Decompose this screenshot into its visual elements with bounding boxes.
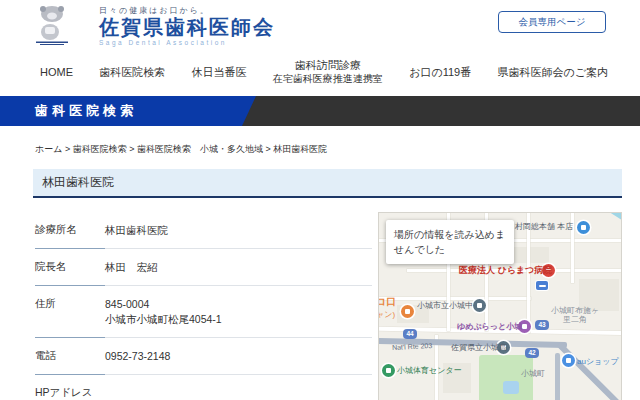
gym-icon[interactable] bbox=[382, 364, 395, 377]
street-address: 小城市小城町松尾4054-1 bbox=[105, 313, 222, 325]
route-shield-44: 44 bbox=[403, 329, 417, 339]
table-row-homepage: HPアドレス bbox=[35, 375, 372, 400]
table-row-clinic-name: 診療所名 林田歯科医院 bbox=[35, 212, 372, 249]
nav-item-mouth-119[interactable]: お口の119番 bbox=[409, 66, 471, 79]
map-error-infobox: 場所の情報を読み込めませんでした bbox=[386, 220, 514, 264]
row-value: 林田 宏紹 bbox=[105, 249, 372, 286]
location-map[interactable]: 44 43 42 村岡総本舗 本店 医療法人 ひらまつ病院 小城市立小城中 ゆめ… bbox=[378, 212, 622, 400]
shop-icon[interactable] bbox=[577, 221, 590, 234]
map-pond bbox=[503, 381, 519, 394]
poi-label-ogi-high[interactable]: 佐賀県立小城高 bbox=[451, 343, 507, 352]
nav-visiting-line2: 在宅歯科医療推進連携室 bbox=[273, 72, 383, 85]
row-value: 0952-73-2148 bbox=[105, 338, 372, 375]
poi-label-gym[interactable]: 小城体育センター bbox=[397, 366, 462, 375]
main-nav: HOME 歯科医院検索 休日当番医 歯科訪問診療 在宅歯科医療推進連携室 お口の… bbox=[0, 48, 640, 96]
table-row-phone: 電話 0952-73-2148 bbox=[35, 338, 372, 375]
route-shield-43: 43 bbox=[535, 320, 549, 330]
mobile-shop-icon[interactable] bbox=[562, 354, 575, 367]
nav-item-home[interactable]: HOME bbox=[40, 66, 73, 79]
poi-label-muraoka[interactable]: 村岡総本舗 本店 bbox=[515, 222, 573, 231]
map-route-203-bend bbox=[557, 342, 622, 400]
nav-item-about[interactable]: 県歯科医師会のご案内 bbox=[497, 66, 608, 79]
map-road bbox=[379, 297, 531, 300]
brand-tagline: 日々の健康はお口から。 bbox=[99, 5, 275, 16]
row-value: 林田歯科医院 bbox=[105, 212, 372, 249]
poi-label-yumepuratto[interactable]: ゆめぷらっと小城 bbox=[457, 322, 522, 331]
road-label-rte-203: Nat'l Rte 203 bbox=[392, 341, 433, 352]
row-value bbox=[105, 375, 372, 400]
site-title: 佐賀県歯科医師会 bbox=[99, 16, 275, 39]
page-title: 林田歯科医院 bbox=[33, 169, 622, 198]
table-row-director: 院長名 林田 宏紹 bbox=[35, 249, 372, 286]
main-content: 診療所名 林田歯科医院 院長名 林田 宏紹 住所 845-0004 小城市小城町… bbox=[35, 212, 640, 400]
poi-label-hiramatsu[interactable]: 医療法人 ひらまつ病院 bbox=[459, 266, 552, 275]
area-label-fuse-line2: 里二角 bbox=[563, 315, 587, 324]
map-river bbox=[587, 212, 622, 240]
banner-title: 歯科医院検索 bbox=[35, 102, 137, 120]
nav-item-visiting-care[interactable]: 歯科訪問診療 在宅歯科医療推進連携室 bbox=[273, 59, 383, 85]
site-header: 日々の健康はお口から。 佐賀県歯科医師会 Saga Dental Associa… bbox=[0, 0, 640, 48]
row-label: HPアドレス bbox=[35, 375, 105, 400]
nav-item-holiday-duty[interactable]: 休日当番医 bbox=[192, 66, 247, 79]
row-label: 院長名 bbox=[35, 249, 105, 286]
area-label-ogimachi: 小城町 bbox=[521, 369, 545, 378]
school-icon[interactable] bbox=[473, 299, 486, 312]
map-road-vertical bbox=[555, 353, 560, 400]
breadcrumb[interactable]: ホーム > 歯科医院検索 > 歯科医院検索 小城・多久地域 > 林田歯科医院 bbox=[35, 143, 640, 156]
page-banner: 歯科医院検索 bbox=[0, 96, 640, 126]
area-label-fuse-line1: 小城町布施ヶ bbox=[551, 306, 599, 315]
association-mascot-logo bbox=[28, 3, 80, 45]
row-label: 住所 bbox=[35, 286, 105, 338]
member-page-button[interactable]: 会員専用ページ bbox=[498, 11, 606, 33]
poi-label-ogi-junior-high[interactable]: 小城市立小城中 bbox=[417, 301, 473, 310]
poi-label-cutoff-line1: ロ口 bbox=[378, 297, 396, 306]
nav-item-clinic-search[interactable]: 歯科医院検索 bbox=[99, 66, 165, 79]
route-shield-42: 42 bbox=[525, 348, 539, 358]
row-value: 845-0004 小城市小城町松尾4054-1 bbox=[105, 286, 372, 338]
row-label: 電話 bbox=[35, 338, 105, 375]
restaurant-icon[interactable] bbox=[401, 305, 414, 318]
site-subtitle-en: Saga Dental Association bbox=[99, 39, 275, 46]
nav-visiting-line1: 歯科訪問診療 bbox=[295, 59, 361, 71]
table-row-address: 住所 845-0004 小城市小城町松尾4054-1 bbox=[35, 286, 372, 338]
row-label: 診療所名 bbox=[35, 212, 105, 249]
brand-block: 日々の健康はお口から。 佐賀県歯科医師会 Saga Dental Associa… bbox=[99, 5, 275, 46]
postal-code: 845-0004 bbox=[105, 298, 149, 310]
bus-station-icon[interactable] bbox=[536, 281, 548, 290]
poi-label-cutoff-line2: ャン) bbox=[378, 310, 395, 319]
poi-label-au-shop[interactable]: auショップ bbox=[577, 357, 619, 366]
clinic-detail-table: 診療所名 林田歯科医院 院長名 林田 宏紹 住所 845-0004 小城市小城町… bbox=[35, 212, 372, 400]
